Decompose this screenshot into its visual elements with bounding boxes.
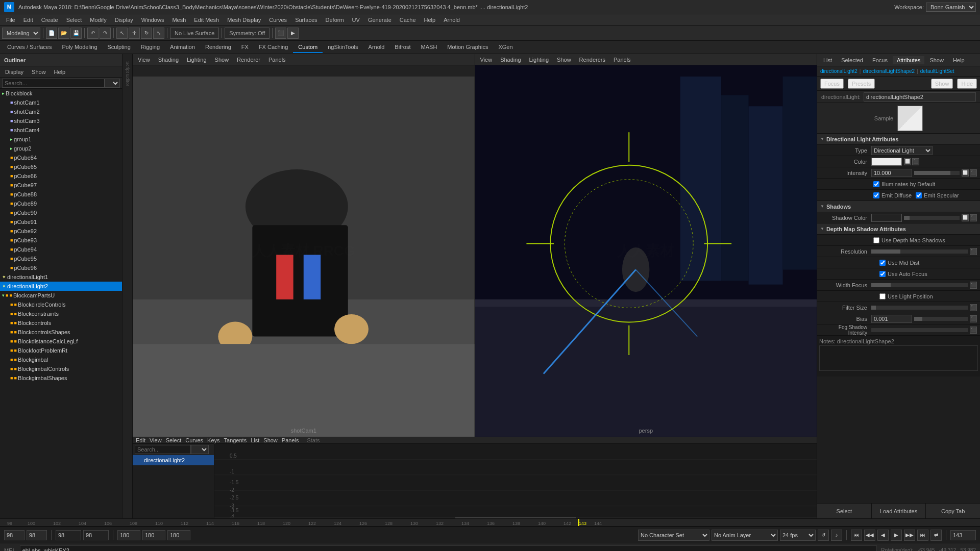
audio-btn[interactable]: ♪ <box>831 530 842 541</box>
outliner-item-blockcircle[interactable]: ■ ■ BlockcircleControls <box>0 300 122 309</box>
loop-btn[interactable]: ↺ <box>818 530 829 541</box>
outliner-item-pcube92[interactable]: ■ pCube92 <box>0 227 122 236</box>
current-frame-display[interactable] <box>950 530 976 540</box>
tab-arnold[interactable]: Arnold <box>363 42 390 53</box>
menu-deform[interactable]: Deform <box>322 16 348 24</box>
shadow-color-swatch[interactable] <box>871 214 902 222</box>
outliner-item-pcube65[interactable]: ■ pCube65 <box>0 162 122 171</box>
step-back-btn[interactable]: ◀◀ <box>864 530 875 541</box>
symmetry-btn[interactable]: Symmetry: Off <box>225 28 270 39</box>
graph-menu-curves[interactable]: Curves <box>185 437 203 443</box>
new-btn[interactable]: 📄 <box>46 28 57 39</box>
vp1-menu-show[interactable]: Show <box>213 56 231 64</box>
use-depth-map-checkbox[interactable] <box>873 237 879 243</box>
play-back-btn[interactable]: ◀ <box>877 530 889 541</box>
loop-range-btn[interactable]: ⇄ <box>930 530 942 541</box>
menu-generate[interactable]: Generate <box>364 16 396 24</box>
current-frame-input[interactable] <box>56 530 81 540</box>
render-btn[interactable]: ⬛ <box>275 28 286 39</box>
menu-cache[interactable]: Cache <box>396 16 420 24</box>
color-expand-btn[interactable]: ⬜ <box>904 158 911 165</box>
fog-shadow-key-btn[interactable]: ⬛ <box>970 327 977 334</box>
playback-end-input2[interactable]: 180 <box>167 530 190 540</box>
outliner-item-pcube91[interactable]: ■ pCube91 <box>0 217 122 227</box>
prop-bias-input[interactable] <box>871 315 912 323</box>
menu-uv[interactable]: UV <box>348 16 364 24</box>
step-fwd-btn[interactable]: ▶▶ <box>904 530 915 541</box>
outliner-item-pcube94[interactable]: ■ pCube94 <box>0 245 122 254</box>
section-depth-shadow[interactable]: ▼ Depth Map Shadow Attributes <box>817 223 980 235</box>
time-ruler[interactable]: 98 100 102 104 106 108 110 112 114 116 1… <box>0 518 980 527</box>
menu-select[interactable]: Select <box>62 16 86 24</box>
vp1-menu-shading[interactable]: Shading <box>156 56 181 64</box>
playback-start-input[interactable]: 180 <box>117 530 140 540</box>
outliner-item-pcube66[interactable]: ■ pCube66 <box>0 171 122 181</box>
props-tab-attributes[interactable]: Attributes <box>893 56 924 64</box>
tab-motion-graphics[interactable]: Motion Graphics <box>442 42 493 53</box>
menu-create[interactable]: Create <box>37 16 62 24</box>
save-btn[interactable]: 💾 <box>70 28 82 39</box>
menu-file[interactable]: File <box>2 16 19 24</box>
rotate-tool[interactable]: ↻ <box>141 28 152 39</box>
bias-key-btn[interactable]: ⬛ <box>970 315 977 322</box>
menu-edit[interactable]: Edit <box>19 16 37 24</box>
copy-tab-btn[interactable]: Copy Tab <box>926 504 980 518</box>
fps-dropdown[interactable]: 24 fps <box>780 530 816 541</box>
anim-layer-dropdown[interactable]: No Anim Layer <box>712 530 778 541</box>
outliner-item-shotcam4[interactable]: ■ shotCam4 <box>0 126 122 135</box>
outliner-item-pcube95[interactable]: ■ pCube95 <box>0 254 122 263</box>
vp1-menu-lighting[interactable]: Lighting <box>185 56 209 64</box>
vp1-menu-view[interactable]: View <box>136 56 152 64</box>
menu-arnold[interactable]: Arnold <box>439 16 464 24</box>
tab-rigging[interactable]: Rigging <box>136 42 165 53</box>
menu-modify[interactable]: Modify <box>86 16 110 24</box>
outliner-menu-show[interactable]: Show <box>29 68 49 76</box>
outliner-item-pcube97[interactable]: ■ pCube97 <box>0 181 122 190</box>
skip-to-end-btn[interactable]: ⏭ <box>917 530 928 541</box>
shadow-expand-btn[interactable]: ⬜ <box>962 214 969 221</box>
load-attributes-btn[interactable]: Load Attributes <box>872 504 926 518</box>
menu-editmesh[interactable]: Edit Mesh <box>190 16 223 24</box>
section-directional-light[interactable]: ▼ Directional Light Attributes <box>817 134 980 145</box>
redo-btn[interactable]: ↷ <box>100 28 111 39</box>
live-surface-btn[interactable]: No Live Surface <box>170 28 219 39</box>
shadow-color-slider[interactable] <box>904 216 960 220</box>
tab-curves-surfaces[interactable]: Curves / Surfaces <box>2 42 57 53</box>
graph-filter-select[interactable] <box>191 445 209 454</box>
outliner-item-pcube96[interactable]: ■ pCube96 <box>0 263 122 272</box>
tab-fx[interactable]: FX <box>236 42 254 53</box>
shadow-key-btn[interactable]: ⬛ <box>970 214 977 221</box>
menu-curves[interactable]: Curves <box>265 16 291 24</box>
play-fwd-btn[interactable]: ▶ <box>891 530 902 541</box>
frame-end-input[interactable]: 98 <box>27 530 47 540</box>
outliner-item-blockconstraints[interactable]: ■ ■ Blockconstraints <box>0 309 122 318</box>
mel-input[interactable]: ebLabs_whisKEY2 <box>20 545 877 552</box>
emit-specular-checkbox[interactable] <box>916 192 922 198</box>
breadcrumb-item-2[interactable]: directionalLightShape2 <box>863 68 915 74</box>
vp2-menu-view[interactable]: View <box>478 56 495 64</box>
node-name-input[interactable] <box>864 92 976 102</box>
tab-ngskintools[interactable]: ngSkinTools <box>323 42 363 53</box>
current-frame-input2[interactable] <box>83 530 109 540</box>
outliner-item-shotcam3[interactable]: ■ shotCam3 <box>0 116 122 126</box>
graph-search-input[interactable] <box>135 445 191 454</box>
outliner-item-blockgimbalcontrols[interactable]: ■ ■ BlockgimbalControls <box>0 364 122 373</box>
open-btn[interactable]: 📂 <box>58 28 69 39</box>
tab-custom[interactable]: Custom <box>293 42 323 53</box>
graph-menu-list[interactable]: List <box>251 437 259 443</box>
outliner-item-blockfoot[interactable]: ■ ■ BlockfootProblemRt <box>0 346 122 355</box>
outliner-item-blockcamparts[interactable]: ▾ ■ ■ BlockcamPartsU <box>0 291 122 300</box>
tab-bifrost[interactable]: Bifrost <box>389 42 415 53</box>
outliner-item-blockblock[interactable]: ▸ Blockblock <box>0 89 122 98</box>
outliner-item-blockgimbalshapes[interactable]: ■ ■ BlockgimbalShapes <box>0 373 122 383</box>
vp1-menu-renderer[interactable]: Renderer <box>235 56 262 64</box>
props-tab-focus[interactable]: Focus <box>868 56 892 64</box>
graph-menu-edit[interactable]: Edit <box>136 437 145 443</box>
intensity-expand-btn[interactable]: ⬜ <box>962 169 969 177</box>
graph-item-directionallight2[interactable]: directionalLight2 <box>133 455 214 465</box>
select-btn[interactable]: Select <box>817 504 872 518</box>
tab-sculpting[interactable]: Sculpting <box>103 42 136 53</box>
tab-rendering[interactable]: Rendering <box>200 42 236 53</box>
outliner-item-pcube88[interactable]: ■ pCube88 <box>0 190 122 199</box>
color-picker-btn[interactable]: ⬛ <box>912 158 919 165</box>
